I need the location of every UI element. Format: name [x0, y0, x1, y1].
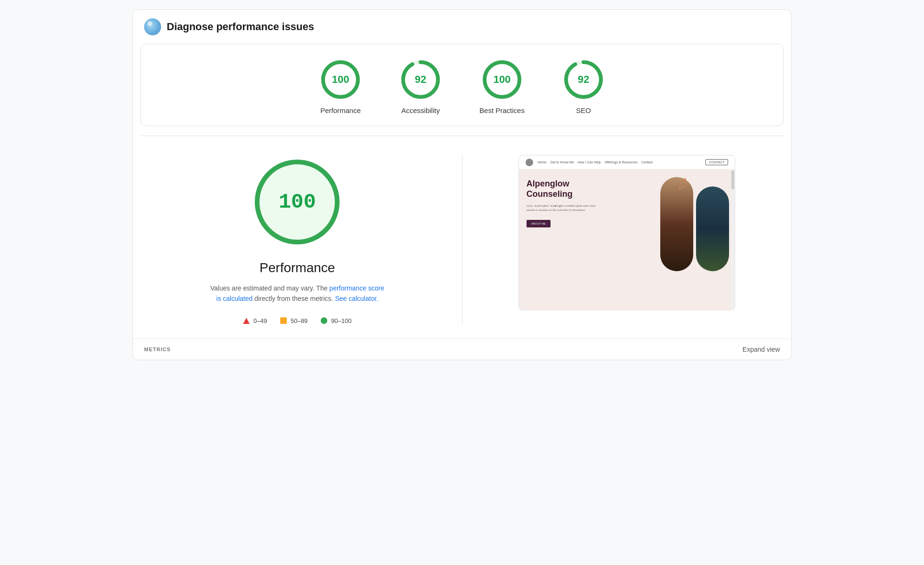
score-circle-best-practices: 100: [481, 58, 523, 101]
expand-view-button[interactable]: Expand view: [743, 346, 780, 353]
score-circle-accessibility: 92: [399, 58, 442, 101]
bottom-bar: METRICS Expand view: [133, 339, 791, 360]
app-container: Diagnose performance issues 100 Performa…: [132, 9, 792, 360]
right-panel: Home Get to Know Me How I Can Help Offer…: [481, 155, 773, 310]
app-icon: [144, 18, 161, 35]
legend: 0–49 50–89 90–100: [243, 317, 351, 324]
vertical-divider: [462, 155, 462, 324]
score-value-accessibility: 92: [415, 73, 426, 86]
left-panel: 100 Performance Values are estimated and…: [152, 155, 443, 324]
preview-nav-offerings: Offerings & Resources: [605, 161, 638, 164]
preview-heading-line1: Alpenglow: [527, 179, 569, 188]
preview-nav-about: Get to Know Me: [550, 161, 574, 164]
fail-icon: [243, 318, 250, 324]
header: Diagnose performance issues: [133, 10, 791, 44]
pass-icon: [321, 317, 327, 324]
score-item-performance[interactable]: 100 Performance: [319, 58, 362, 114]
preview-nav-links: Home Get to Know Me How I Can Help Offer…: [538, 161, 701, 164]
preview-nav-contact: Contact: [641, 161, 653, 164]
preview-cta-btn: ABOUT ME: [527, 220, 551, 227]
desc-mid: directly from these metrics.: [252, 295, 335, 302]
preview-body: Alpenglow Counseling noun. al·pen·glow ˈ…: [519, 170, 735, 310]
score-item-best-practices[interactable]: 100 Best Practices: [479, 58, 525, 114]
preview-decoration: [670, 175, 693, 194]
preview-logo: [526, 159, 533, 166]
page-title: Diagnose performance issues: [167, 21, 314, 33]
preview-text-area: Alpenglow Counseling noun. al·pen·glow ˈ…: [519, 170, 655, 310]
desc-text: Values are estimated and may vary. The: [210, 284, 329, 292]
score-value-performance: 100: [332, 73, 349, 86]
scores-section: 100 Performance 92 Accessibility: [140, 44, 784, 126]
score-label-performance: Performance: [320, 106, 361, 114]
preview-heading-line2: Counseling: [527, 189, 573, 199]
legend-item-pass: 90–100: [321, 317, 351, 324]
legend-item-warn: 50–89: [280, 317, 308, 324]
preview-nav-cta: CONTACT: [705, 159, 728, 165]
preview-img-sky: [696, 186, 729, 271]
score-label-best-practices: Best Practices: [479, 106, 525, 114]
legend-item-fail: 0–49: [243, 317, 267, 324]
calculator-link[interactable]: See calculator.: [335, 295, 378, 302]
score-circle-performance: 100: [319, 58, 362, 101]
score-description: Values are estimated and may vary. The p…: [208, 283, 387, 304]
score-value-seo: 92: [578, 73, 589, 86]
preview-heading: Alpenglow Counseling: [527, 179, 647, 199]
big-score-value: 100: [279, 190, 316, 214]
score-label-seo: SEO: [576, 106, 591, 114]
metrics-label: METRICS: [144, 347, 171, 352]
preview-images: [655, 170, 735, 310]
website-preview: Home Get to Know Me How I Can Help Offer…: [519, 155, 735, 310]
warn-icon: [280, 317, 287, 324]
main-content: 100 Performance Values are estimated and…: [133, 145, 791, 339]
preview-scrollbar-thumb: [731, 170, 734, 189]
score-item-accessibility[interactable]: 92 Accessibility: [399, 58, 442, 114]
legend-range-warn: 50–89: [291, 317, 308, 324]
score-value-best-practices: 100: [494, 73, 511, 86]
legend-range-pass: 90–100: [331, 317, 351, 324]
score-circle-seo: 92: [562, 58, 605, 101]
preview-scrollbar: [731, 170, 735, 310]
score-label-accessibility: Accessibility: [401, 106, 440, 114]
big-score-circle: 100: [250, 155, 344, 249]
preview-sub-text: noun. al·pen·glow ˈal·pən·ɡlō a reddish …: [527, 204, 602, 212]
legend-range-fail: 0–49: [253, 317, 267, 324]
big-score-title: Performance: [259, 260, 335, 275]
section-divider: [140, 136, 784, 136]
preview-nav-home: Home: [538, 161, 547, 164]
preview-nav: Home Get to Know Me How I Can Help Offer…: [519, 155, 735, 170]
preview-nav-help: How I Can Help: [578, 161, 601, 164]
score-item-seo[interactable]: 92 SEO: [562, 58, 605, 114]
